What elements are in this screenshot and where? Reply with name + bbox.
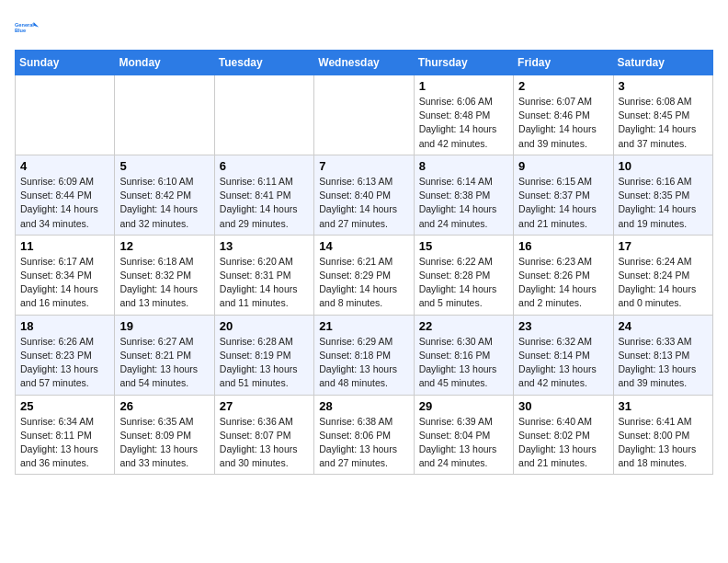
day-number: 27	[220, 399, 309, 413]
calendar-week-4: 18Sunrise: 6:26 AM Sunset: 8:23 PM Dayli…	[16, 315, 713, 395]
day-number: 30	[518, 399, 608, 413]
day-number: 22	[419, 319, 508, 333]
day-info: Sunrise: 6:38 AM Sunset: 8:06 PM Dayligh…	[319, 415, 408, 471]
calendar-cell: 4Sunrise: 6:09 AM Sunset: 8:44 PM Daylig…	[16, 155, 115, 235]
day-info: Sunrise: 6:29 AM Sunset: 8:18 PM Dayligh…	[319, 335, 408, 391]
day-number: 10	[619, 159, 708, 173]
calendar-cell: 11Sunrise: 6:17 AM Sunset: 8:34 PM Dayli…	[16, 235, 115, 315]
weekday-header-friday: Friday	[514, 51, 613, 75]
day-number: 19	[119, 319, 209, 333]
day-number: 13	[220, 239, 309, 253]
weekday-header-wednesday: Wednesday	[314, 51, 414, 75]
day-number: 4	[20, 159, 109, 173]
calendar-cell: 17Sunrise: 6:24 AM Sunset: 8:24 PM Dayli…	[613, 235, 712, 315]
day-info: Sunrise: 6:21 AM Sunset: 8:29 PM Dayligh…	[319, 255, 408, 311]
calendar-cell	[314, 75, 414, 155]
calendar-cell: 29Sunrise: 6:39 AM Sunset: 8:04 PM Dayli…	[414, 395, 513, 475]
day-info: Sunrise: 6:35 AM Sunset: 8:09 PM Dayligh…	[119, 415, 209, 471]
calendar-week-1: 1Sunrise: 6:06 AM Sunset: 8:48 PM Daylig…	[16, 75, 713, 155]
calendar-cell: 7Sunrise: 6:13 AM Sunset: 8:40 PM Daylig…	[314, 155, 414, 235]
day-info: Sunrise: 6:27 AM Sunset: 8:21 PM Dayligh…	[119, 335, 209, 391]
day-info: Sunrise: 6:06 AM Sunset: 8:48 PM Dayligh…	[419, 95, 508, 151]
calendar-cell: 22Sunrise: 6:30 AM Sunset: 8:16 PM Dayli…	[414, 315, 513, 395]
svg-marker-2	[34, 22, 40, 28]
calendar-cell	[115, 75, 214, 155]
day-number: 2	[518, 79, 608, 93]
calendar-cell: 15Sunrise: 6:22 AM Sunset: 8:28 PM Dayli…	[414, 235, 513, 315]
day-info: Sunrise: 6:14 AM Sunset: 8:38 PM Dayligh…	[419, 175, 508, 231]
day-info: Sunrise: 6:26 AM Sunset: 8:23 PM Dayligh…	[20, 335, 109, 391]
calendar-cell: 3Sunrise: 6:08 AM Sunset: 8:45 PM Daylig…	[613, 75, 712, 155]
weekday-header-monday: Monday	[115, 51, 214, 75]
day-number: 12	[119, 239, 209, 253]
calendar-week-3: 11Sunrise: 6:17 AM Sunset: 8:34 PM Dayli…	[16, 235, 713, 315]
weekday-header-saturday: Saturday	[613, 51, 712, 75]
day-info: Sunrise: 6:15 AM Sunset: 8:37 PM Dayligh…	[518, 175, 608, 231]
day-info: Sunrise: 6:16 AM Sunset: 8:35 PM Dayligh…	[619, 175, 708, 231]
calendar-cell: 27Sunrise: 6:36 AM Sunset: 8:07 PM Dayli…	[214, 395, 313, 475]
calendar-cell: 2Sunrise: 6:07 AM Sunset: 8:46 PM Daylig…	[514, 75, 613, 155]
svg-text:General: General	[15, 22, 34, 28]
calendar-cell: 19Sunrise: 6:27 AM Sunset: 8:21 PM Dayli…	[115, 315, 214, 395]
day-number: 15	[419, 239, 508, 253]
calendar-cell: 20Sunrise: 6:28 AM Sunset: 8:19 PM Dayli…	[214, 315, 313, 395]
day-number: 21	[319, 319, 408, 333]
calendar-cell: 1Sunrise: 6:06 AM Sunset: 8:48 PM Daylig…	[414, 75, 513, 155]
day-info: Sunrise: 6:20 AM Sunset: 8:31 PM Dayligh…	[220, 255, 309, 311]
calendar-cell: 23Sunrise: 6:32 AM Sunset: 8:14 PM Dayli…	[514, 315, 613, 395]
calendar-cell: 12Sunrise: 6:18 AM Sunset: 8:32 PM Dayli…	[115, 235, 214, 315]
calendar-cell: 31Sunrise: 6:41 AM Sunset: 8:00 PM Dayli…	[613, 395, 712, 475]
calendar-cell: 16Sunrise: 6:23 AM Sunset: 8:26 PM Dayli…	[514, 235, 613, 315]
day-info: Sunrise: 6:40 AM Sunset: 8:02 PM Dayligh…	[518, 415, 608, 471]
calendar-cell: 10Sunrise: 6:16 AM Sunset: 8:35 PM Dayli…	[613, 155, 712, 235]
day-info: Sunrise: 6:34 AM Sunset: 8:11 PM Dayligh…	[20, 415, 109, 471]
calendar-cell: 26Sunrise: 6:35 AM Sunset: 8:09 PM Dayli…	[115, 395, 214, 475]
day-info: Sunrise: 6:23 AM Sunset: 8:26 PM Dayligh…	[518, 255, 608, 311]
day-number: 3	[619, 79, 708, 93]
svg-text:Blue: Blue	[15, 28, 26, 33]
day-number: 23	[518, 319, 608, 333]
day-info: Sunrise: 6:24 AM Sunset: 8:24 PM Dayligh…	[619, 255, 708, 311]
day-info: Sunrise: 6:09 AM Sunset: 8:44 PM Dayligh…	[20, 175, 109, 231]
weekday-header-tuesday: Tuesday	[214, 51, 313, 75]
day-info: Sunrise: 6:30 AM Sunset: 8:16 PM Dayligh…	[419, 335, 508, 391]
calendar-table: SundayMondayTuesdayWednesdayThursdayFrid…	[15, 50, 713, 475]
day-info: Sunrise: 6:22 AM Sunset: 8:28 PM Dayligh…	[419, 255, 508, 311]
day-number: 20	[220, 319, 309, 333]
weekday-header-sunday: Sunday	[16, 51, 115, 75]
day-info: Sunrise: 6:18 AM Sunset: 8:32 PM Dayligh…	[119, 255, 209, 311]
day-number: 6	[220, 159, 309, 173]
day-number: 8	[419, 159, 508, 173]
day-info: Sunrise: 6:17 AM Sunset: 8:34 PM Dayligh…	[20, 255, 109, 311]
calendar-cell	[16, 75, 115, 155]
day-info: Sunrise: 6:41 AM Sunset: 8:00 PM Dayligh…	[619, 415, 708, 471]
day-number: 31	[619, 399, 708, 413]
day-info: Sunrise: 6:10 AM Sunset: 8:42 PM Dayligh…	[119, 175, 209, 231]
logo-icon: GeneralBlue	[15, 15, 40, 40]
day-info: Sunrise: 6:11 AM Sunset: 8:41 PM Dayligh…	[220, 175, 309, 231]
day-info: Sunrise: 6:08 AM Sunset: 8:45 PM Dayligh…	[619, 95, 708, 151]
calendar-cell: 13Sunrise: 6:20 AM Sunset: 8:31 PM Dayli…	[214, 235, 313, 315]
calendar-cell	[214, 75, 313, 155]
day-number: 14	[319, 239, 408, 253]
day-info: Sunrise: 6:33 AM Sunset: 8:13 PM Dayligh…	[619, 335, 708, 391]
calendar-cell: 24Sunrise: 6:33 AM Sunset: 8:13 PM Dayli…	[613, 315, 712, 395]
day-number: 25	[20, 399, 109, 413]
day-number: 28	[319, 399, 408, 413]
day-number: 9	[518, 159, 608, 173]
day-number: 24	[619, 319, 708, 333]
day-info: Sunrise: 6:13 AM Sunset: 8:40 PM Dayligh…	[319, 175, 408, 231]
day-number: 11	[20, 239, 109, 253]
calendar-cell: 14Sunrise: 6:21 AM Sunset: 8:29 PM Dayli…	[314, 235, 414, 315]
day-number: 29	[419, 399, 508, 413]
calendar-cell: 28Sunrise: 6:38 AM Sunset: 8:06 PM Dayli…	[314, 395, 414, 475]
calendar-cell: 21Sunrise: 6:29 AM Sunset: 8:18 PM Dayli…	[314, 315, 414, 395]
day-info: Sunrise: 6:28 AM Sunset: 8:19 PM Dayligh…	[220, 335, 309, 391]
day-info: Sunrise: 6:07 AM Sunset: 8:46 PM Dayligh…	[518, 95, 608, 151]
calendar-cell: 25Sunrise: 6:34 AM Sunset: 8:11 PM Dayli…	[16, 395, 115, 475]
day-number: 7	[319, 159, 408, 173]
logo: GeneralBlue	[15, 15, 40, 40]
calendar-cell: 18Sunrise: 6:26 AM Sunset: 8:23 PM Dayli…	[16, 315, 115, 395]
day-number: 17	[619, 239, 708, 253]
day-info: Sunrise: 6:32 AM Sunset: 8:14 PM Dayligh…	[518, 335, 608, 391]
